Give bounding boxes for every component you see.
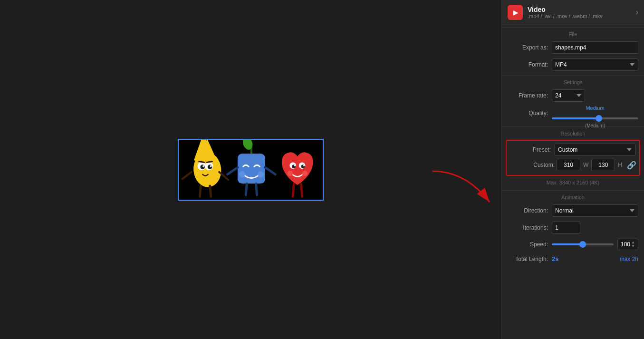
speed-label: Speed: [508,241,548,248]
quality-slider[interactable] [552,117,638,119]
total-length-row: Total Length: 2s max 2h [502,252,644,265]
frame-rate-select[interactable]: 24 12 30 60 [552,89,585,102]
custom-dimensions-row: Custom: W H 🔗 [509,157,637,173]
direction-label: Direction: [508,207,548,214]
characters-svg [179,140,323,200]
file-section-label: File [502,27,644,39]
format-header[interactable]: Video .mp4 / .avi / .mov / .webm / .mkv … [502,0,644,25]
canvas-area [0,0,501,339]
animation-section-label: Animation [502,190,644,202]
svg-point-32 [288,170,293,176]
svg-point-33 [302,170,308,176]
svg-point-9 [200,165,205,169]
quality-slider-container: Medium (Medium) [552,105,638,121]
preset-label: Preset: [510,146,551,153]
svg-point-31 [303,165,305,166]
svg-point-24 [239,171,246,177]
svg-point-12 [210,165,212,167]
svg-line-34 [293,184,294,196]
frame-rate-label: Frame rate: [508,92,548,99]
preset-select[interactable]: Custom 1080p 720p 480p [555,144,635,156]
total-length-value: 2s [552,255,558,262]
resolution-section-label: Resolution [502,126,644,138]
export-as-input[interactable] [552,41,638,54]
iterations-row: Iterations: [502,219,644,236]
width-input[interactable] [557,159,580,171]
svg-point-11 [202,165,204,167]
width-separator: W [582,162,589,168]
format-extensions: .mp4 / .avi / .mov / .webm / .mkv [528,13,631,19]
max-length-label: max 2h [620,256,638,262]
speed-value: 100 [621,241,630,248]
svg-line-6 [210,185,211,196]
svg-point-25 [258,171,264,177]
direction-row: Direction: Normal Reverse Ping-pong [502,202,644,219]
export-as-row: Export as: [502,39,644,56]
right-panel: Video .mp4 / .avi / .mov / .webm / .mkv … [501,0,644,339]
iterations-label: Iterations: [508,224,548,231]
max-resolution-text: Max. 3840 x 2160 (4K) [502,179,644,188]
speed-value-box: 100 ▲ ▼ [617,239,638,250]
svg-rect-17 [238,154,265,184]
svg-point-30 [294,165,296,166]
svg-line-35 [301,184,302,196]
quality-row: Quality: Medium (Medium) [502,104,644,125]
height-separator: H [617,162,623,168]
custom-label: Custom: [514,162,555,168]
preset-row: Preset: Custom 1080p 720p 480p [509,143,637,157]
resolution-highlight: Preset: Custom 1080p 720p 480p Custom: W… [506,140,640,176]
quality-tooltip-top: Medium [586,105,604,111]
speed-row: Speed: 100 ▲ ▼ [502,236,644,252]
video-icon [508,5,523,20]
link-dimensions-icon[interactable]: 🔗 [625,161,638,170]
format-title: Video .mp4 / .avi / .mov / .webm / .mkv [528,6,631,19]
height-input[interactable] [591,159,615,171]
export-as-label: Export as: [508,44,548,51]
format-chevron-icon[interactable]: › [636,8,638,17]
format-row: Format: MP4 AVI MOV WEBM MKV [502,56,644,73]
quality-label: Quality: [508,110,548,116]
svg-line-23 [256,184,257,195]
svg-line-13 [199,161,204,162]
format-select[interactable]: MP4 AVI MOV WEBM MKV [552,58,638,71]
direction-select[interactable]: Normal Reverse Ping-pong [552,204,638,217]
canvas-preview [178,139,324,201]
speed-slider[interactable] [552,243,614,245]
svg-point-10 [208,165,212,169]
speed-arrows: ▲ ▼ [631,241,635,248]
svg-line-14 [207,161,212,162]
iterations-input[interactable] [552,222,580,234]
svg-line-22 [246,184,247,195]
format-label: Format: [508,61,548,68]
svg-line-5 [200,185,201,196]
total-length-label: Total Length: [508,256,548,262]
frame-rate-row: Frame rate: 24 12 30 60 [502,87,644,104]
format-name: Video [528,6,631,13]
settings-section-label: Settings [502,75,644,87]
speed-down-icon[interactable]: ▼ [631,244,635,248]
quality-tooltip-bottom: (Medium) [585,123,605,128]
